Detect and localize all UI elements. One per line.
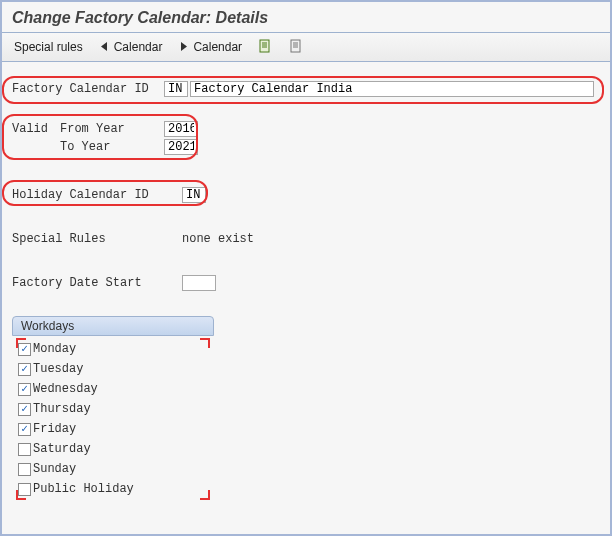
factory-calendar-id-label: Factory Calendar ID xyxy=(12,82,164,96)
from-year-input[interactable] xyxy=(164,121,198,137)
valid-to-row: To Year xyxy=(12,138,600,156)
workday-label: Friday xyxy=(33,422,76,436)
toolbar-icon-1[interactable] xyxy=(256,37,275,56)
workday-label: Monday xyxy=(33,342,76,356)
valid-from-row: Valid From Year xyxy=(12,120,600,138)
factory-calendar-id-code[interactable] xyxy=(164,81,188,97)
workday-label: Public Holiday xyxy=(33,482,134,496)
workday-row: Sunday xyxy=(18,460,208,478)
workday-checkbox[interactable] xyxy=(18,463,31,476)
prev-calendar-button[interactable]: Calendar xyxy=(97,38,165,56)
factory-date-start-label: Factory Date Start xyxy=(12,276,182,290)
to-year-input[interactable] xyxy=(164,139,198,155)
workday-checkbox[interactable] xyxy=(18,383,31,396)
workday-label: Tuesday xyxy=(33,362,83,376)
workday-row: Wednesday xyxy=(18,380,208,398)
workday-checkbox[interactable] xyxy=(18,363,31,376)
workday-label: Thursday xyxy=(33,402,91,416)
workday-row: Public Holiday xyxy=(18,480,208,498)
holiday-calendar-id-row: Holiday Calendar ID xyxy=(12,186,600,204)
valid-label: Valid xyxy=(12,122,60,136)
special-rules-row: Special Rules none exist xyxy=(12,230,600,248)
page-title: Change Factory Calendar: Details xyxy=(12,9,268,26)
to-year-label: To Year xyxy=(60,140,164,154)
factory-calendar-id-row: Factory Calendar ID xyxy=(12,80,600,98)
workday-label: Wednesday xyxy=(33,382,98,396)
workdays-title: Workdays xyxy=(12,316,214,336)
factory-date-start-input[interactable] xyxy=(182,275,216,291)
from-year-label: From Year xyxy=(60,122,164,136)
chevron-right-icon xyxy=(178,41,189,52)
holiday-calendar-id-input[interactable] xyxy=(182,187,206,203)
special-rules-value: none exist xyxy=(182,232,254,246)
workday-label: Sunday xyxy=(33,462,76,476)
workday-label: Saturday xyxy=(33,442,91,456)
workday-row: Friday xyxy=(18,420,208,438)
chevron-left-icon xyxy=(99,41,110,52)
workday-row: Tuesday xyxy=(18,360,208,378)
workdays-group: Workdays MondayTuesdayWednesdayThursdayF… xyxy=(12,316,214,502)
special-rules-button[interactable]: Special rules xyxy=(12,38,85,56)
workday-row: Monday xyxy=(18,340,208,358)
holiday-calendar-id-label: Holiday Calendar ID xyxy=(12,188,182,202)
factory-date-start-row: Factory Date Start xyxy=(12,274,600,292)
toolbar: Special rules Calendar Calendar xyxy=(2,33,610,61)
factory-calendar-id-desc[interactable] xyxy=(190,81,594,97)
workday-checkbox[interactable] xyxy=(18,403,31,416)
workday-checkbox[interactable] xyxy=(18,423,31,436)
workday-row: Thursday xyxy=(18,400,208,418)
workday-checkbox[interactable] xyxy=(18,443,31,456)
svg-rect-0 xyxy=(260,40,269,52)
svg-rect-4 xyxy=(291,40,300,52)
workday-row: Saturday xyxy=(18,440,208,458)
next-calendar-button[interactable]: Calendar xyxy=(176,38,244,56)
document-list-icon xyxy=(289,39,304,54)
document-icon xyxy=(258,39,273,54)
special-rules-label: Special Rules xyxy=(12,232,182,246)
toolbar-icon-2[interactable] xyxy=(287,37,306,56)
